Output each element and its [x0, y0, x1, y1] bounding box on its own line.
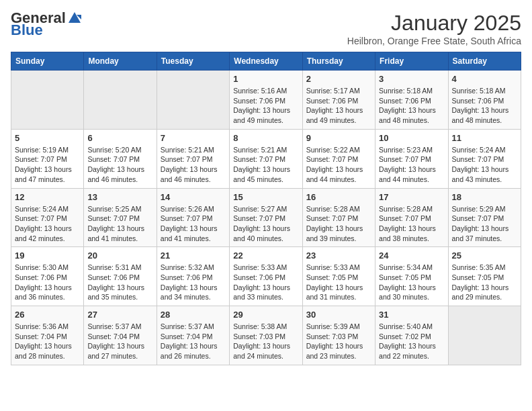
calendar-cell: 15Sunrise: 5:27 AM Sunset: 7:07 PM Dayli…: [230, 188, 302, 247]
day-number: 6: [87, 133, 152, 143]
day-number: 19: [15, 250, 80, 261]
calendar-cell: [84, 71, 157, 130]
column-header-wednesday: Wednesday: [230, 52, 302, 71]
day-info: Sunrise: 5:18 AM Sunset: 7:06 PM Dayligh…: [452, 86, 517, 126]
calendar-cell: 21Sunrise: 5:32 AM Sunset: 7:06 PM Dayli…: [157, 247, 229, 306]
calendar-body: 1Sunrise: 5:16 AM Sunset: 7:06 PM Daylig…: [11, 71, 521, 365]
day-info: Sunrise: 5:35 AM Sunset: 7:05 PM Dayligh…: [452, 263, 517, 302]
day-number: 8: [233, 133, 298, 143]
day-info: Sunrise: 5:29 AM Sunset: 7:07 PM Dayligh…: [452, 204, 517, 244]
day-number: 18: [452, 192, 517, 202]
calendar-week-row: 12Sunrise: 5:24 AM Sunset: 7:07 PM Dayli…: [11, 188, 521, 247]
day-number: 2: [306, 74, 371, 84]
day-number: 22: [233, 250, 298, 261]
column-header-tuesday: Tuesday: [157, 52, 229, 71]
day-info: Sunrise: 5:19 AM Sunset: 7:07 PM Dayligh…: [15, 145, 80, 185]
day-info: Sunrise: 5:33 AM Sunset: 7:05 PM Dayligh…: [306, 263, 371, 302]
day-info: Sunrise: 5:27 AM Sunset: 7:07 PM Dayligh…: [233, 204, 298, 244]
calendar-cell: 26Sunrise: 5:36 AM Sunset: 7:04 PM Dayli…: [11, 306, 84, 365]
day-info: Sunrise: 5:28 AM Sunset: 7:07 PM Dayligh…: [306, 204, 371, 244]
day-info: Sunrise: 5:24 AM Sunset: 7:07 PM Dayligh…: [15, 204, 80, 244]
calendar-cell: [448, 306, 521, 365]
day-info: Sunrise: 5:24 AM Sunset: 7:07 PM Dayligh…: [452, 145, 517, 185]
day-number: 5: [15, 133, 80, 143]
column-header-friday: Friday: [375, 52, 448, 71]
day-number: 26: [15, 310, 80, 320]
day-number: 11: [452, 133, 517, 143]
calendar-week-row: 26Sunrise: 5:36 AM Sunset: 7:04 PM Dayli…: [11, 306, 521, 365]
calendar-header-row: SundayMondayTuesdayWednesdayThursdayFrid…: [11, 52, 521, 71]
page-header: General Blue January 2025 Heilbron, Oran…: [11, 11, 521, 46]
month-title: January 2025: [347, 11, 521, 36]
calendar-week-row: 5Sunrise: 5:19 AM Sunset: 7:07 PM Daylig…: [11, 129, 521, 188]
calendar-cell: 23Sunrise: 5:33 AM Sunset: 7:05 PM Dayli…: [302, 247, 375, 306]
day-number: 25: [452, 250, 517, 261]
svg-marker-0: [69, 12, 81, 23]
calendar-week-row: 1Sunrise: 5:16 AM Sunset: 7:06 PM Daylig…: [11, 71, 521, 130]
day-info: Sunrise: 5:20 AM Sunset: 7:07 PM Dayligh…: [87, 145, 152, 185]
calendar-cell: 28Sunrise: 5:37 AM Sunset: 7:04 PM Dayli…: [157, 306, 229, 365]
calendar-cell: 8Sunrise: 5:21 AM Sunset: 7:07 PM Daylig…: [230, 129, 302, 188]
day-info: Sunrise: 5:16 AM Sunset: 7:06 PM Dayligh…: [233, 86, 298, 126]
calendar-cell: [11, 71, 84, 130]
day-info: Sunrise: 5:17 AM Sunset: 7:06 PM Dayligh…: [306, 86, 371, 126]
calendar-cell: 16Sunrise: 5:28 AM Sunset: 7:07 PM Dayli…: [302, 188, 375, 247]
day-number: 21: [161, 250, 226, 261]
calendar-cell: 9Sunrise: 5:22 AM Sunset: 7:07 PM Daylig…: [302, 129, 375, 188]
day-info: Sunrise: 5:21 AM Sunset: 7:07 PM Dayligh…: [233, 145, 298, 185]
day-info: Sunrise: 5:26 AM Sunset: 7:07 PM Dayligh…: [161, 204, 226, 244]
calendar-cell: 13Sunrise: 5:25 AM Sunset: 7:07 PM Dayli…: [84, 188, 157, 247]
column-header-monday: Monday: [84, 52, 157, 71]
logo-icon: [67, 11, 82, 26]
calendar-cell: 30Sunrise: 5:39 AM Sunset: 7:03 PM Dayli…: [302, 306, 375, 365]
calendar-cell: 14Sunrise: 5:26 AM Sunset: 7:07 PM Dayli…: [157, 188, 229, 247]
day-info: Sunrise: 5:21 AM Sunset: 7:07 PM Dayligh…: [161, 145, 226, 185]
day-number: 27: [87, 310, 152, 320]
day-info: Sunrise: 5:37 AM Sunset: 7:04 PM Dayligh…: [161, 322, 226, 361]
calendar-cell: 11Sunrise: 5:24 AM Sunset: 7:07 PM Dayli…: [448, 129, 521, 188]
day-info: Sunrise: 5:32 AM Sunset: 7:06 PM Dayligh…: [161, 263, 226, 302]
calendar-cell: 31Sunrise: 5:40 AM Sunset: 7:02 PM Dayli…: [375, 306, 448, 365]
day-number: 12: [15, 192, 80, 202]
subtitle: Heilbron, Orange Free State, South Afric…: [347, 36, 521, 46]
logo: General Blue: [11, 11, 82, 38]
day-number: 30: [306, 310, 371, 320]
calendar-week-row: 19Sunrise: 5:30 AM Sunset: 7:06 PM Dayli…: [11, 247, 521, 306]
calendar-cell: 2Sunrise: 5:17 AM Sunset: 7:06 PM Daylig…: [302, 71, 375, 130]
calendar-cell: 25Sunrise: 5:35 AM Sunset: 7:05 PM Dayli…: [448, 247, 521, 306]
day-number: 24: [379, 250, 444, 261]
calendar-cell: 19Sunrise: 5:30 AM Sunset: 7:06 PM Dayli…: [11, 247, 84, 306]
day-info: Sunrise: 5:28 AM Sunset: 7:07 PM Dayligh…: [379, 204, 444, 244]
day-info: Sunrise: 5:25 AM Sunset: 7:07 PM Dayligh…: [87, 204, 152, 244]
calendar-cell: 4Sunrise: 5:18 AM Sunset: 7:06 PM Daylig…: [448, 71, 521, 130]
calendar-cell: 10Sunrise: 5:23 AM Sunset: 7:07 PM Dayli…: [375, 129, 448, 188]
column-header-thursday: Thursday: [302, 52, 375, 71]
calendar-cell: 27Sunrise: 5:37 AM Sunset: 7:04 PM Dayli…: [84, 306, 157, 365]
calendar-cell: 17Sunrise: 5:28 AM Sunset: 7:07 PM Dayli…: [375, 188, 448, 247]
day-number: 16: [306, 192, 371, 202]
day-number: 14: [161, 192, 226, 202]
day-number: 29: [233, 310, 298, 320]
day-info: Sunrise: 5:31 AM Sunset: 7:06 PM Dayligh…: [87, 263, 152, 302]
day-info: Sunrise: 5:37 AM Sunset: 7:04 PM Dayligh…: [87, 322, 152, 361]
calendar-cell: 1Sunrise: 5:16 AM Sunset: 7:06 PM Daylig…: [230, 71, 302, 130]
day-info: Sunrise: 5:40 AM Sunset: 7:02 PM Dayligh…: [379, 322, 444, 361]
day-number: 31: [379, 310, 444, 320]
day-number: 23: [306, 250, 371, 261]
calendar-cell: 18Sunrise: 5:29 AM Sunset: 7:07 PM Dayli…: [448, 188, 521, 247]
calendar-cell: 7Sunrise: 5:21 AM Sunset: 7:07 PM Daylig…: [157, 129, 229, 188]
calendar-cell: 29Sunrise: 5:38 AM Sunset: 7:03 PM Dayli…: [230, 306, 302, 365]
logo-blue: Blue: [11, 23, 43, 38]
day-number: 9: [306, 133, 371, 143]
day-number: 28: [161, 310, 226, 320]
day-number: 17: [379, 192, 444, 202]
calendar-cell: 22Sunrise: 5:33 AM Sunset: 7:06 PM Dayli…: [230, 247, 302, 306]
calendar-cell: 6Sunrise: 5:20 AM Sunset: 7:07 PM Daylig…: [84, 129, 157, 188]
day-number: 20: [87, 250, 152, 261]
day-info: Sunrise: 5:30 AM Sunset: 7:06 PM Dayligh…: [15, 263, 80, 302]
day-info: Sunrise: 5:34 AM Sunset: 7:05 PM Dayligh…: [379, 263, 444, 302]
day-number: 1: [233, 74, 298, 84]
calendar-table: SundayMondayTuesdayWednesdayThursdayFrid…: [11, 52, 521, 365]
day-number: 10: [379, 133, 444, 143]
day-info: Sunrise: 5:22 AM Sunset: 7:07 PM Dayligh…: [306, 145, 371, 185]
